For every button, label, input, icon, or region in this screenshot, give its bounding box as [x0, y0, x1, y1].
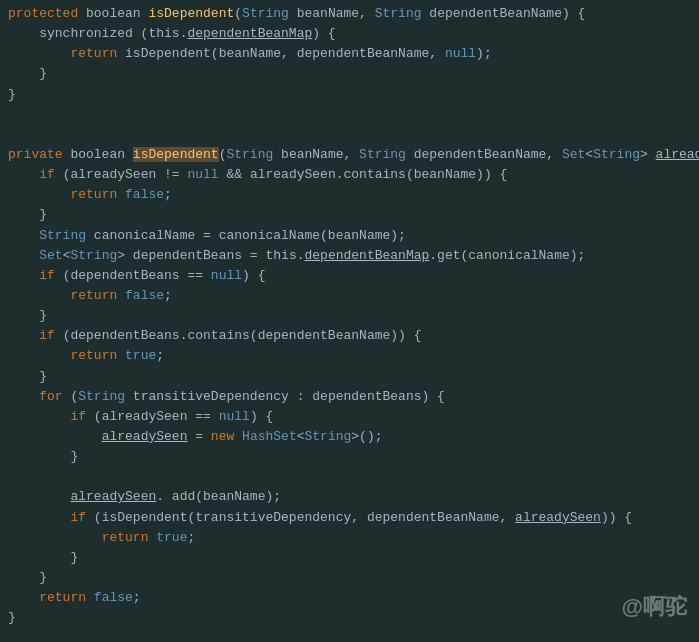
code-line: } [0, 205, 699, 225]
code-line: return false; [0, 185, 699, 205]
code-line: protected boolean isDependent(String bea… [0, 4, 699, 24]
code-line: } [0, 306, 699, 326]
code-line: return true; [0, 346, 699, 366]
code-line: return false; [0, 286, 699, 306]
code-line [0, 467, 699, 487]
code-line: if (dependentBeans.contains(dependentBea… [0, 326, 699, 346]
code-line [0, 105, 699, 125]
code-line: } [0, 447, 699, 467]
code-line: if (alreadySeen != null && alreadySeen.c… [0, 165, 699, 185]
code-line: for (String transitiveDependency : depen… [0, 387, 699, 407]
code-line: } [0, 608, 699, 628]
code-line: return true; [0, 528, 699, 548]
code-line: Set<String> dependentBeans = this.depend… [0, 246, 699, 266]
code-line [0, 125, 699, 145]
code-line: return false; [0, 588, 699, 608]
code-line: String canonicalName = canonicalName(bea… [0, 226, 699, 246]
code-line: } [0, 568, 699, 588]
code-line: return isDependent(beanName, dependentBe… [0, 44, 699, 64]
code-line: private boolean isDependent(String beanN… [0, 145, 699, 165]
code-line: if (alreadySeen == null) { [0, 407, 699, 427]
code-block: protected boolean isDependent(String bea… [0, 0, 699, 632]
code-line: alreadySeen. add(beanName); [0, 487, 699, 507]
code-line: } [0, 85, 699, 105]
code-line: alreadySeen = new HashSet<String>(); [0, 427, 699, 447]
code-line: if (dependentBeans == null) { [0, 266, 699, 286]
code-line: } [0, 64, 699, 84]
code-line: } [0, 548, 699, 568]
code-line: synchronized (this.dependentBeanMap) { [0, 24, 699, 44]
code-line: } [0, 367, 699, 387]
code-line: if (isDependent(transitiveDependency, de… [0, 508, 699, 528]
